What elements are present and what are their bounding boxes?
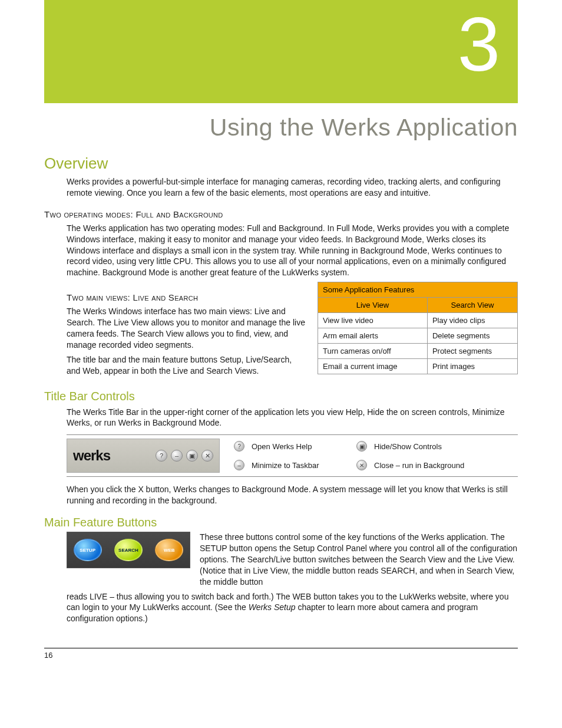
- help-icon: ?: [234, 441, 244, 452]
- titlebar-legend: ? Open Werks Help ▣ Hide/Show Controls –…: [234, 441, 492, 470]
- titlebar-intro: The Werks Title Bar in the upper-right c…: [67, 407, 518, 429]
- close-icon: ✕: [201, 450, 213, 462]
- werks-logo: werks: [73, 447, 110, 464]
- modes-heading: Two operating modes: Full and Background: [44, 209, 518, 219]
- restore-icon: ▣: [356, 441, 367, 452]
- mainbuttons-body-end: reads LIVE – thus allowing you to switch…: [67, 591, 518, 625]
- help-icon: ?: [156, 450, 167, 462]
- page-title: Using the Werks Application: [44, 114, 518, 141]
- main-buttons-screenshot: SETUP SEARCH WEB: [67, 532, 190, 568]
- minimize-icon: –: [234, 460, 244, 470]
- close-icon: ✕: [356, 460, 367, 470]
- chapter-banner: 3: [44, 0, 518, 103]
- legend-min: Minimize to Taskbar: [252, 461, 352, 470]
- feature-table-title: Some Application Features: [318, 282, 518, 298]
- overview-intro: Werks provides a powerful-but-simple int…: [67, 176, 518, 199]
- table-row: Arm email alertsDelete segments: [318, 328, 518, 344]
- table-row: Turn cameras on/offProtect segments: [318, 344, 518, 359]
- legend-help: Open Werks Help: [252, 442, 352, 451]
- search-button-icon: SEARCH: [114, 539, 143, 561]
- feature-table: Some Application Features Live View Sear…: [318, 282, 518, 374]
- modes-body: The Werks application has two operating …: [67, 223, 518, 278]
- views-p1: The Werks Windows interface has two main…: [67, 306, 306, 351]
- mainbuttons-body-start: These three buttons control some of the …: [200, 532, 518, 587]
- overview-heading: Overview: [44, 154, 518, 173]
- setup-button-icon: SETUP: [74, 539, 102, 561]
- restore-icon: ▣: [186, 450, 198, 462]
- titlebar-after: When you click the X button, Werks chang…: [67, 484, 518, 506]
- table-row: Email a current imagePrint images: [318, 359, 518, 374]
- page-number: 16: [44, 651, 52, 660]
- titlebar-screenshot: werks ? – ▣ ✕: [67, 439, 220, 473]
- titlebar-heading: Title Bar Controls: [44, 390, 518, 403]
- titlebar-diagram: werks ? – ▣ ✕ ? Open Werks Help ▣ Hide/S…: [67, 434, 518, 477]
- views-p2: The title bar and the main feature butto…: [67, 354, 306, 377]
- minimize-icon: –: [171, 450, 183, 462]
- table-row: View live videoPlay video clips: [318, 313, 518, 328]
- feature-col-live: Live View: [318, 298, 428, 313]
- mainbuttons-heading: Main Feature Buttons: [44, 516, 518, 529]
- legend-toggle: Hide/Show Controls: [374, 442, 492, 451]
- chapter-number: 3: [458, 6, 500, 83]
- page-footer: 16: [44, 648, 518, 660]
- views-heading: Two main views: Live and Search: [67, 292, 306, 302]
- web-button-icon: WEB: [155, 539, 183, 561]
- feature-col-search: Search View: [427, 298, 517, 313]
- legend-close: Close – run in Background: [374, 461, 492, 470]
